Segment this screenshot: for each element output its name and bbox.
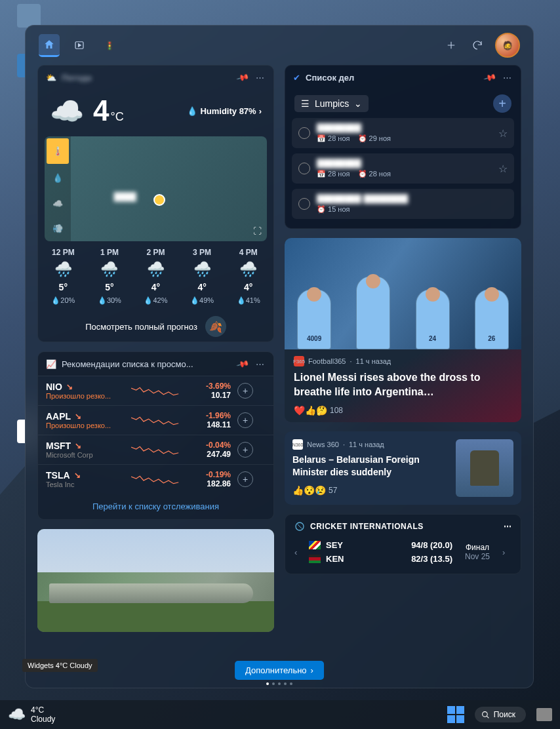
nav-traffic[interactable]: 🚦	[99, 35, 120, 56]
news-card-belarus[interactable]: N360News 360 · 11 ч назад Belarus – Bela…	[285, 431, 521, 505]
add-stock-button[interactable]: +	[237, 383, 253, 399]
more-icon[interactable]: ⋯	[501, 71, 513, 83]
cloud-icon: ☁️	[50, 95, 84, 127]
pager-dots[interactable]	[266, 682, 292, 685]
map-tab-cloud[interactable]: ☁️	[45, 191, 71, 216]
map-tab-rain[interactable]: 💧	[45, 166, 71, 191]
news-image-card[interactable]	[37, 529, 274, 632]
pin-icon[interactable]: 📌	[235, 356, 251, 372]
next-match[interactable]: ›	[502, 547, 511, 557]
forecast-cell[interactable]: 2 PM 🌧️ 4° 💧42%	[133, 248, 178, 305]
news-image: 4009 24 26	[285, 238, 521, 349]
start-button[interactable]	[447, 706, 464, 723]
todo-widget: ✔ Список дел 📌 ⋯ ☰ Lumpics ⌄ + ████████	[285, 65, 521, 229]
add-stock-button[interactable]: +	[237, 471, 253, 487]
nav-watch[interactable]	[69, 35, 90, 56]
reactions[interactable]: ❤️👍🤔 108	[294, 405, 512, 416]
pin-icon[interactable]: 📌	[235, 69, 251, 86]
map-tab-wind[interactable]: 💨	[45, 216, 71, 242]
stocks-icon: 📈	[46, 359, 56, 369]
add-task-button[interactable]: +	[493, 94, 511, 113]
news-card-messi[interactable]: 4009 24 26 F365Football365 · 11 ч назад …	[285, 238, 521, 422]
refresh-button[interactable]	[469, 37, 486, 54]
match-status: Финал Nov 25	[458, 543, 497, 561]
more-icon[interactable]: ⋯	[254, 358, 266, 370]
team-row-2: KEN 82/3 (13.5)	[309, 552, 452, 566]
more-icon[interactable]: ⋯	[504, 522, 512, 531]
weather-location: Погода	[62, 73, 231, 83]
flag-ken	[309, 555, 321, 563]
nav-home[interactable]	[39, 34, 60, 57]
cricket-widget: CRICKET INTERNATIONALS ⋯ ‹ SEY 94/8 (20.…	[285, 514, 521, 574]
weather-map[interactable]: 🌡️ 💧 ☁️ 💨 ████ ⛶	[45, 136, 267, 241]
forecast-cell[interactable]: 4 PM 🌧️ 4° 💧41%	[226, 248, 271, 305]
stocks-footer-link[interactable]: Перейти к списку отслеживания	[38, 494, 273, 519]
weather-tooltip: Widgets 4°C Cloudy	[22, 659, 98, 672]
map-location-label: ████	[114, 192, 136, 201]
weather-widget: ⛅ Погода 📌 ⋯ ☁️ 4°C 💧 Humidity 87% › 🌡️ …	[37, 65, 274, 342]
news-thumbnail	[456, 439, 513, 497]
map-tab-temp[interactable]: 🌡️	[47, 138, 69, 164]
weather-icon: ⛅	[46, 73, 56, 83]
more-icon[interactable]: ⋯	[254, 71, 266, 83]
taskbar-search[interactable]: Поиск	[475, 707, 526, 722]
add-stock-button[interactable]: +	[237, 412, 253, 428]
cricket-icon	[294, 521, 305, 532]
stocks-title: Рекомендации списка к просмо...	[62, 359, 231, 369]
stock-row-AAPL[interactable]: AAPL ↘ Произошло резко... -1.96%148.11 +	[38, 405, 273, 435]
temperature: 4°C	[93, 94, 124, 127]
task-checkbox[interactable]	[298, 163, 310, 174]
forecast-bubble-icon: 🍂	[205, 316, 226, 337]
task-checkbox[interactable]	[298, 127, 310, 139]
cloud-icon: ☁️	[8, 706, 26, 723]
task-item[interactable]: ████████ 📅 28 ноя ⏰ 29 ноя ☆	[292, 118, 514, 148]
stock-row-TSLA[interactable]: TSLA ↘ Tesla Inc -0.19%182.86 +	[38, 464, 273, 494]
list-icon: ☰	[301, 98, 310, 109]
user-avatar[interactable]: 🧔	[495, 33, 520, 58]
more-button[interactable]: Дополнительно ›	[235, 661, 324, 680]
team-row-1: SEY 94/8 (20.0)	[309, 538, 452, 552]
widgets-panel: 🚦 🧔 ⛅ Погода 📌 ⋯ ☁️ 4°C 💧 Humidity 87% ›	[25, 25, 534, 688]
add-stock-button[interactable]: +	[237, 442, 253, 458]
news-title: Belarus – Belarusian Foreign Minister di…	[292, 454, 453, 479]
stock-row-NIO[interactable]: NIO ↘ Произошло резко... -3.69%10.17 +	[38, 376, 273, 405]
map-expand-icon[interactable]: ⛶	[253, 226, 262, 236]
task-checkbox[interactable]	[298, 198, 310, 210]
taskbar: ☁️ 4°CCloudy Поиск	[0, 700, 560, 729]
pin-icon[interactable]: 📌	[482, 69, 498, 86]
source-badge: N360	[292, 439, 303, 450]
todo-icon: ✔	[293, 73, 300, 83]
source-badge: F365	[294, 356, 304, 366]
forecast-cell[interactable]: 12 PM 🌧️ 5° 💧20%	[41, 248, 86, 305]
forecast-row: 12 PM 🌧️ 5° 💧20% 1 PM 🌧️ 5° 💧30% 2 PM 🌧️…	[38, 241, 273, 311]
task-view-button[interactable]	[536, 708, 552, 721]
chevron-down-icon: ⌄	[354, 98, 362, 109]
forecast-cell[interactable]: 3 PM 🌧️ 4° 💧49%	[180, 248, 225, 305]
reactions[interactable]: 👍😯😢 57	[292, 485, 453, 496]
stock-row-MSFT[interactable]: MSFT ↘ Microsoft Corp -0.04%247.49 +	[38, 435, 273, 464]
cricket-title: CRICKET INTERNATIONALS	[310, 522, 424, 531]
panel-header: 🚦 🧔	[26, 26, 533, 65]
humidity-button[interactable]: 💧 Humidity 87% ›	[187, 106, 262, 116]
forecast-cell[interactable]: 1 PM 🌧️ 5° 💧30%	[87, 248, 132, 305]
news-title: Lionel Messi rises above the dross to br…	[294, 370, 512, 399]
star-icon[interactable]: ☆	[498, 127, 508, 140]
svg-point-2	[482, 711, 487, 717]
star-icon[interactable]: ☆	[498, 163, 508, 175]
task-item[interactable]: ████████ 📅 28 ноя ⏰ 28 ноя ☆	[292, 153, 514, 184]
flag-sey	[309, 541, 321, 549]
list-selector[interactable]: ☰ Lumpics ⌄	[294, 95, 369, 112]
task-item[interactable]: ████████ ████████ ⏰ 15 ноя	[292, 189, 514, 219]
prev-match[interactable]: ‹	[294, 547, 304, 557]
map-pin	[153, 194, 165, 206]
taskbar-weather[interactable]: ☁️ 4°CCloudy	[8, 705, 55, 724]
weather-footer-link[interactable]: Посмотреть полный прогноз 🍂	[38, 311, 273, 342]
add-widget-button[interactable]	[443, 37, 460, 54]
search-icon	[481, 711, 490, 719]
todo-title: Список дел	[306, 73, 479, 83]
stocks-widget: 📈 Рекомендации списка к просмо... 📌 ⋯ NI…	[37, 351, 274, 520]
